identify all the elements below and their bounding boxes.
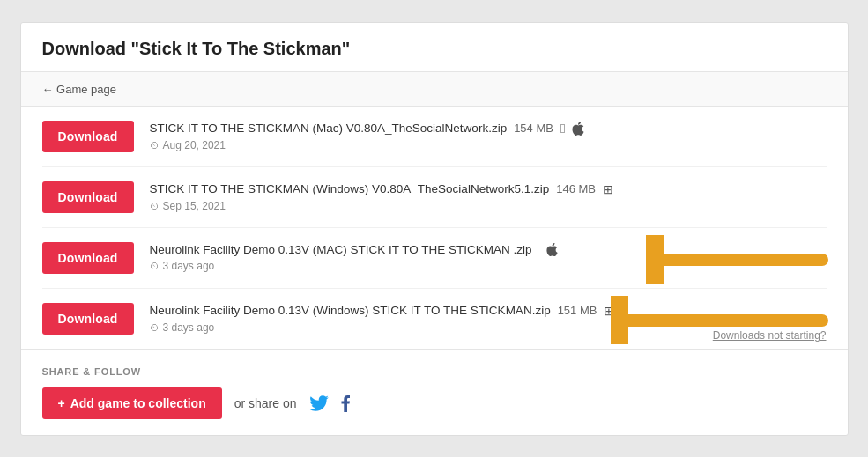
windows-icon-4: ⊞ [604,304,614,318]
download-button-1[interactable]: Download [42,121,134,152]
downloads-list: Download STICK IT TO THE STICKMAN (Mac) … [21,107,848,349]
download-row-4: Download Neurolink Facility Demo 0.13V (… [42,289,827,349]
apple-icon-3 [546,243,558,256]
or-share-text: or share on [234,396,297,410]
clock-icon-2: ⏲ [150,201,160,211]
main-card: Download "Stick It To The Stickman" ← Ga… [20,22,849,436]
downloads-not-starting-link[interactable]: Downloads not starting? [713,329,827,342]
card-header: Download "Stick It To The Stickman" [21,23,848,72]
file-size-4: 151 MB [558,304,597,317]
page-title: Download "Stick It To The Stickman" [42,39,827,59]
file-date-3: ⏲ 3 days ago [150,260,827,272]
file-size-2: 146 MB [556,182,596,195]
file-name-3: Neurolink Facility Demo 0.13V (MAC) STIC… [150,243,827,256]
file-info-2: STICK IT TO THE STICKMAN (Windows) V0.80… [150,182,827,212]
share-section: SHARE & FOLLOW + Add game to collection … [21,349,848,435]
clock-icon-4: ⏲ [150,322,160,333]
file-name-4: Neurolink Facility Demo 0.13V (Windows) … [150,304,827,318]
file-info-3: Neurolink Facility Demo 0.13V (MAC) STIC… [150,243,827,272]
add-game-button[interactable]: + Add game to collection [42,387,222,419]
download-button-2[interactable]: Download [42,181,134,213]
back-nav: ← Game page [21,72,848,107]
download-row-2: Download STICK IT TO THE STICKMAN (Windo… [42,167,827,228]
downloads-container: Download STICK IT TO THE STICKMAN (Mac) … [21,107,848,349]
file-size-1: 154 MB [514,122,553,135]
download-button-4[interactable]: Download [42,303,134,335]
download-button-3[interactable]: Download [42,242,134,274]
back-link[interactable]: ← Game page [42,83,117,96]
facebook-icon[interactable] [341,394,351,412]
mac-icon-1:  [560,121,565,136]
clock-icon-1: ⏲ [150,140,160,151]
file-date-1: ⏲ Aug 20, 2021 [150,139,827,151]
file-name-1: STICK IT TO THE STICKMAN (Mac) V0.80A_Th… [150,121,827,136]
download-row: Download STICK IT TO THE STICKMAN (Mac) … [42,107,827,167]
plus-icon: + [58,396,65,410]
windows-icon-2: ⊞ [603,182,613,196]
file-date-2: ⏲ Sep 15, 2021 [150,200,827,212]
add-game-label: Add game to collection [70,396,206,410]
twitter-icon[interactable] [309,395,329,411]
share-actions: + Add game to collection or share on [42,387,827,419]
share-label: SHARE & FOLLOW [42,366,827,377]
file-name-2: STICK IT TO THE STICKMAN (Windows) V0.80… [150,182,827,196]
clock-icon-3: ⏲ [150,261,160,271]
file-info-1: STICK IT TO THE STICKMAN (Mac) V0.80A_Th… [150,121,827,151]
apple-icon-1 [572,122,584,136]
download-row-3: Download Neurolink Facility Demo 0.13V (… [42,228,827,289]
